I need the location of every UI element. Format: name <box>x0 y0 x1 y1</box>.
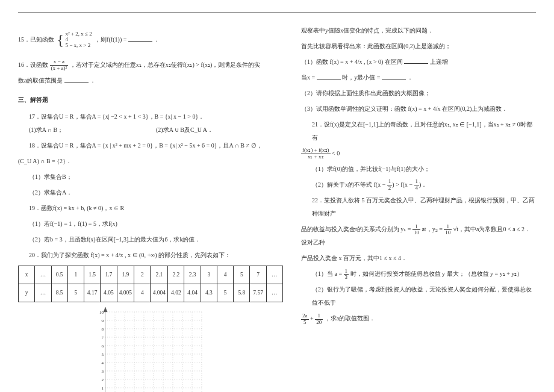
cell-x-12: 7 <box>250 266 266 284</box>
svg-text:1: 1 <box>102 386 104 391</box>
q17-line1: 17．设集合U = R，集合A = {x| −2 < x + 1 < 3}，B … <box>29 110 283 123</box>
cell-y-4: 4.005 <box>117 284 134 302</box>
table-row-x: x … 0.5 1 1.5 1.7 1.9 2 2.1 2.2 2.3 3 4 … <box>19 266 283 284</box>
q15-mid: ，则f(f(1)) = <box>95 36 128 43</box>
q20-post: 的部分性质，先列表如下： <box>158 252 231 258</box>
r3-mid: 在区间 <box>385 58 403 65</box>
svg-text:10: 10 <box>99 310 104 315</box>
cell-y-2: 4.17 <box>84 284 101 302</box>
r4a: 当x = <box>301 74 317 81</box>
question-17: 17．设集合U = R，集合A = {x| −2 < x + 1 < 3}，B … <box>18 110 283 137</box>
q15-suffix: ． <box>154 36 160 43</box>
cell-y-0: 8.5 <box>51 284 67 302</box>
q15-blank <box>128 35 152 42</box>
question-15: 15．已知函数 { x² + 2, x ≤ 2 4 5 − x, x > 2 ，… <box>18 24 283 56</box>
cell-ylabel: y <box>19 284 35 302</box>
q22-part2: （2）银行为了吸储，考虑到投资人的收益，无论投资人奖金如何分配，要使得总收益不低… <box>301 283 536 310</box>
q16-body: ，若对于定义域内的任意x₁，总存在x₂使得f(x₁) > f(x₂)，则满足条件… <box>70 61 261 68</box>
r1: 观察表中y值随x值变化的特点，完成以下的问题． <box>301 24 536 37</box>
q22-l2-pre: 品的收益与投入奖金t的关系式分别为 y₁ = <box>301 226 412 232</box>
r4: 当x = 时，y最小值 = ． <box>301 71 536 84</box>
cell-x-7: 2.2 <box>168 266 184 284</box>
cell-x-9: 3 <box>201 266 217 284</box>
grid-chart: 123 456 789 10 123 456 789 10 <box>18 306 283 392</box>
q22-p3-frac2: 1 20 <box>315 313 323 326</box>
q22-p3-plus: + <box>310 315 315 322</box>
cell-x-11: 5 <box>234 266 250 284</box>
q22-p3-post: ，求a的取值范围． <box>325 315 375 322</box>
svg-text:6: 6 <box>102 344 104 349</box>
q16-fraction: x − a(x + a)² <box>50 59 69 72</box>
section-3-title: 三、解答题 <box>18 93 283 107</box>
cell-x-6: 2.1 <box>151 266 168 284</box>
cell-x-2: 1.5 <box>84 266 101 284</box>
q21-p2-frac1: 1 2 <box>387 179 393 191</box>
r5: （2）请你根据上面性质作出此函数的大概图像； <box>301 87 536 100</box>
q16-prefix: 16．设函数 <box>18 61 48 68</box>
r4-blank1 <box>317 73 341 79</box>
cell-x-5: 2 <box>134 266 151 284</box>
q22-p1-post: 时，如何进行投资才能使得总收益 y 最大；（总收益 y = y₁ + y₂） <box>350 270 523 277</box>
r2: 首先比较容易看得出来：此函数在区间(0,2)上是递减的； <box>301 40 536 53</box>
q21-part1: （1）求f(0)的值，并比较f(−1)与f(1)的大小； <box>301 163 536 176</box>
q21-lt: < 0 <box>332 150 340 157</box>
cell-y-8: 4.04 <box>184 284 201 302</box>
q22-p1-fd: 3 <box>344 275 349 281</box>
cell-y-10: 5 <box>217 284 233 302</box>
table-row-y: y … 8.5 5 4.17 4.05 4.005 4 4.004 4.02 4… <box>19 284 283 302</box>
q22-part1: （1）当 a = 1 3 时，如何进行投资才能使得总收益 y 最大；（总收益 y… <box>301 267 536 281</box>
question-20: 20．我们为了探究函数 f(x) = x + 4/x , x ∈ (0, +∞)… <box>18 249 283 262</box>
cell-y-5: 4 <box>134 284 151 302</box>
q19-line1: 19．函数f(x) = kx + b, (k ≠ 0)，x ∈ R <box>29 202 283 215</box>
q17-part1: (1)求A ∩ B； <box>29 123 156 137</box>
cell-x-8: 2.3 <box>184 266 201 284</box>
right-column: 观察表中y值随x值变化的特点，完成以下的问题． 首先比较容易看得出来：此函数在区… <box>301 22 536 392</box>
cell-dots: … <box>35 284 51 302</box>
cell-y-7: 4.02 <box>168 284 184 302</box>
cell-y-11: 5.8 <box>234 284 250 302</box>
r6-pre: （3）试用函数单调性的定义证明：函数 <box>301 105 406 112</box>
q20-pre: 20．我们为了探究函数 <box>29 252 89 258</box>
r4c: ． <box>407 74 413 81</box>
cell-y-9: 4.3 <box>201 284 217 302</box>
coordinate-grid-icon: 123 456 789 10 123 456 789 10 <box>90 306 211 392</box>
q16-line2: 数a的取值范围是 <box>18 77 63 84</box>
q21-part2: （2）解关于x的不等式 f(x − 1 2 ) > f(x − 1 4 )． <box>301 178 536 191</box>
q22-p1-pre: （1）当 a = <box>312 270 344 277</box>
q20-table: x … 0.5 1 1.5 1.7 1.9 2 2.1 2.2 2.3 3 4 … <box>18 266 283 302</box>
cell-dots: … <box>35 266 51 284</box>
svg-text:9: 9 <box>102 319 104 323</box>
q20-fn: f(x) = x + 4/x , x ∈ (0, +∞) <box>91 252 157 258</box>
cell-dots: … <box>266 266 282 284</box>
cell-x-1: 1 <box>67 266 84 284</box>
q21-den: x₁ + x₂ <box>301 154 331 160</box>
cell-x-0: 0.5 <box>51 266 67 284</box>
q22-frac1: 1 10 <box>412 224 420 237</box>
cell-y-1: 5 <box>67 284 84 302</box>
q22-l2-mid1: at，y₂ = <box>422 226 444 232</box>
q15-prefix: 15．已知函数 <box>18 36 54 43</box>
r4-blank2 <box>382 73 406 79</box>
question-18: 18．设集合U = R，集合A = {x | x² + mx + 2 = 0}，… <box>18 139 283 152</box>
svg-text:3: 3 <box>102 369 104 374</box>
q21-frac-line: f(x₁) + f(x₂) x₁ + x₂ < 0 <box>301 147 536 160</box>
question-19: 19．函数f(x) = kx + b, (k ≠ 0)，x ∈ R <box>18 202 283 215</box>
r3-blank <box>404 57 428 64</box>
question-22-l1: 22．某投资人欲将 5 百万元奖金投入甲、乙两种理财产品，根据银行预测，甲、乙两… <box>301 194 536 220</box>
cell-x-4: 1.9 <box>117 266 134 284</box>
q22-p3-f1n: 2a <box>301 313 309 320</box>
q19-part2: （2）若b = 3，且函数f(x)在区间[−1,3]上的最大值为6，求k的值． <box>18 233 283 246</box>
q22-p1-frac: 1 3 <box>344 269 349 281</box>
r3-fn: f(x) = x + 4/x , (x > 0) <box>330 58 384 65</box>
q21-f2d: 4 <box>414 185 420 191</box>
cell-y-12: 7.57 <box>250 284 266 302</box>
r6-fn: f(x) = x + 4/x <box>408 105 441 112</box>
question-16-line2: 数a的取值范围是 ． <box>18 74 283 87</box>
q18-line2: (C_U A) ∩ B = {2}． <box>18 155 283 168</box>
q16-suffix: ． <box>90 77 96 84</box>
cell-xlabel: x <box>19 266 35 284</box>
q18-part1: （1）求集合B； <box>18 170 283 184</box>
q17-part2: (2)求A ∪ B及C_U A． <box>156 123 283 137</box>
q19-part1: （1）若f(−1) = 1，f(1) = 5，求f(x) <box>18 217 283 231</box>
q22-f2d: 10 <box>444 230 452 236</box>
